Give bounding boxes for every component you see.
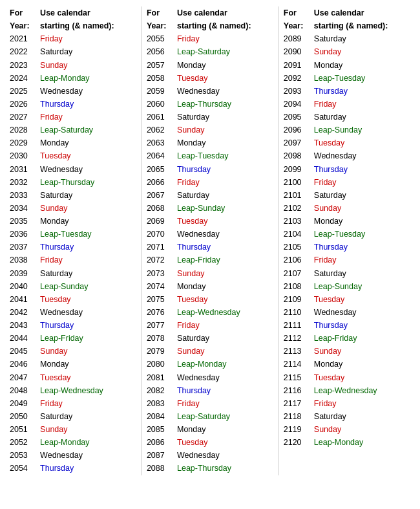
table-row: 2042Wednesday — [8, 306, 138, 319]
table-row: 2073Sunday — [145, 267, 275, 280]
table-row: 2059Wednesday — [145, 85, 275, 98]
data-table-1: ForUse calendarYear:starting (& named):2… — [8, 6, 138, 475]
calendar-name: Wednesday — [175, 371, 275, 384]
year-value: 2095 — [282, 111, 312, 124]
year-value: 2096 — [282, 124, 312, 136]
calendar-name: Wednesday — [38, 85, 138, 98]
table-row: 2040Leap-Sunday — [8, 280, 138, 293]
table-row: 2080Leap-Monday — [145, 358, 275, 371]
table-row: 2022Saturday — [8, 45, 138, 58]
calendar-name: Saturday — [38, 45, 138, 58]
col-header-for-year: For — [282, 6, 312, 19]
calendar-name: Sunday — [312, 202, 412, 215]
calendar-name: Monday — [175, 59, 275, 72]
year-value: 2103 — [282, 215, 312, 228]
table-row: 2061Saturday — [145, 111, 275, 124]
table-row: 2114Monday — [282, 358, 412, 371]
col-header-use-calendar: Use calendar — [38, 6, 138, 19]
table-row: 2107Saturday — [282, 267, 412, 280]
calendar-name: Monday — [312, 215, 412, 228]
table-row: 2083Friday — [145, 397, 275, 410]
calendar-name: Leap-Tuesday — [312, 228, 412, 241]
table-row: 2115Tuesday — [282, 371, 412, 384]
table-row: 2099Thursday — [282, 163, 412, 176]
calendar-name: Leap-Wednesday — [175, 306, 275, 319]
calendar-name: Wednesday — [38, 449, 138, 462]
calendar-name: Friday — [38, 32, 138, 45]
year-value: 2048 — [8, 384, 38, 397]
year-value: 2094 — [282, 98, 312, 111]
calendar-name: Thursday — [38, 462, 138, 475]
table-row: 2120Leap-Monday — [282, 436, 412, 449]
calendar-name: Leap-Monday — [175, 358, 275, 371]
year-value: 2104 — [282, 228, 312, 241]
calendar-name: Saturday — [312, 189, 412, 202]
col-header-use-calendar: Use calendar — [312, 6, 412, 19]
table-row: 2060Leap-Thursday — [145, 98, 275, 111]
year-value: 2119 — [282, 423, 312, 436]
table-row: 2046Monday — [8, 358, 138, 371]
table-row: 2055Friday — [145, 32, 275, 45]
table-row: 2119Sunday — [282, 423, 412, 436]
year-value: 2116 — [282, 384, 312, 397]
col-header-starting-label: starting (& named): — [38, 19, 138, 32]
year-value: 2084 — [145, 410, 175, 423]
year-value: 2076 — [145, 306, 175, 319]
year-value: 2069 — [145, 215, 175, 228]
year-value: 2072 — [145, 254, 175, 266]
year-value: 2090 — [282, 45, 312, 58]
table-row: 2109Tuesday — [282, 293, 412, 306]
table-row: 2058Tuesday — [145, 72, 275, 85]
table-row: 2112Leap-Friday — [282, 332, 412, 345]
year-value: 2078 — [145, 332, 175, 345]
year-value: 2055 — [145, 32, 175, 45]
year-value: 2022 — [8, 45, 38, 58]
table-row: 2026Thursday — [8, 98, 138, 111]
calendar-name: Friday — [312, 254, 412, 266]
calendar-name: Leap-Friday — [38, 332, 138, 345]
calendar-name: Saturday — [38, 189, 138, 202]
year-value: 2038 — [8, 254, 38, 266]
calendar-name: Leap-Monday — [38, 72, 138, 85]
year-value: 2067 — [145, 189, 175, 202]
calendar-name: Monday — [175, 136, 275, 149]
year-value: 2031 — [8, 163, 38, 176]
calendar-name: Monday — [175, 423, 275, 436]
year-value: 2040 — [8, 280, 38, 293]
table-row: 2102Sunday — [282, 202, 412, 215]
column-3: ForUse calendarYear:starting (& named):2… — [279, 6, 415, 475]
calendar-name: Sunday — [38, 345, 138, 358]
year-value: 2112 — [282, 332, 312, 345]
table-row: 2087Wednesday — [145, 449, 275, 462]
year-value: 2110 — [282, 306, 312, 319]
year-value: 2113 — [282, 345, 312, 358]
table-row: 2108Leap-Sunday — [282, 280, 412, 293]
calendar-name: Friday — [175, 319, 275, 332]
calendar-name: Wednesday — [175, 228, 275, 241]
calendar-name: Tuesday — [38, 293, 138, 306]
table-row: 2090Sunday — [282, 45, 412, 58]
col-header-year-label: Year: — [145, 19, 175, 32]
calendar-name: Leap-Sunday — [175, 202, 275, 215]
table-row: 2035Monday — [8, 215, 138, 228]
table-row: 2043Thursday — [8, 319, 138, 332]
year-value: 2058 — [145, 72, 175, 85]
year-value: 2093 — [282, 85, 312, 98]
year-value: 2102 — [282, 202, 312, 215]
year-value: 2063 — [145, 136, 175, 149]
year-value: 2027 — [8, 111, 38, 124]
year-value: 2081 — [145, 371, 175, 384]
table-row: 2089Saturday — [282, 32, 412, 45]
calendar-name: Friday — [38, 254, 138, 266]
table-row: 2041Tuesday — [8, 293, 138, 306]
year-value: 2039 — [8, 267, 38, 280]
table-row: 2024Leap-Monday — [8, 72, 138, 85]
table-row: 2091Monday — [282, 59, 412, 72]
calendar-name: Thursday — [175, 163, 275, 176]
calendar-name: Leap-Saturday — [38, 124, 138, 136]
calendar-name: Thursday — [38, 98, 138, 111]
year-value: 2037 — [8, 241, 38, 254]
calendar-name: Friday — [312, 98, 412, 111]
table-row: 2039Saturday — [8, 267, 138, 280]
year-value: 2101 — [282, 189, 312, 202]
